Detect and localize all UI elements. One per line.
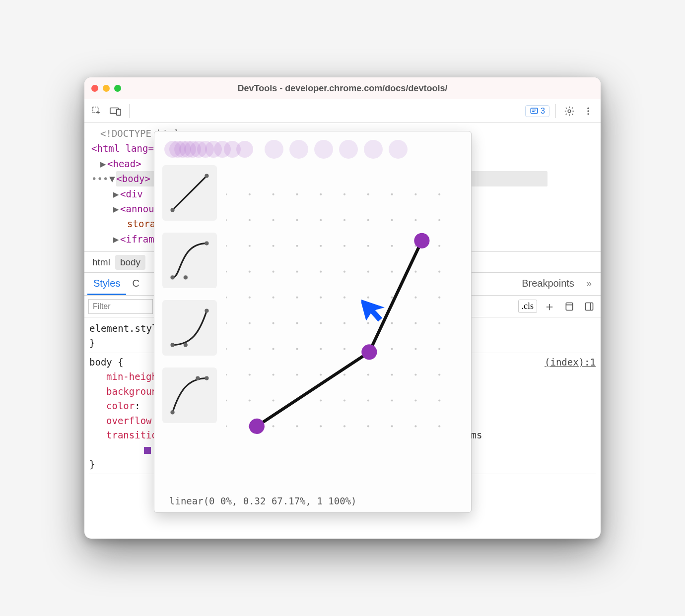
svg-point-19 — [170, 410, 174, 414]
svg-point-73 — [249, 322, 251, 324]
prop-color[interactable]: color — [106, 400, 135, 411]
svg-point-44 — [273, 245, 274, 247]
easing-swatch-icon[interactable] — [144, 447, 151, 454]
svg-point-20 — [196, 376, 200, 380]
svg-point-38 — [367, 219, 369, 221]
svg-point-96 — [320, 373, 322, 375]
svg-point-61 — [438, 271, 440, 273]
svg-point-29 — [391, 193, 393, 195]
svg-point-87 — [343, 348, 345, 350]
svg-point-13 — [170, 275, 174, 279]
prop-overflow[interactable]: overflow — [106, 415, 152, 426]
svg-point-57 — [343, 271, 345, 273]
svg-point-63 — [249, 297, 251, 299]
svg-point-118 — [367, 425, 369, 427]
svg-point-80 — [414, 322, 416, 324]
svg-point-52 — [226, 271, 227, 273]
svg-rect-9 — [586, 303, 593, 310]
svg-point-22 — [226, 193, 227, 195]
svg-point-41 — [438, 219, 440, 221]
preset-ease-in[interactable] — [162, 300, 217, 356]
fullscreen-window-button[interactable] — [114, 85, 121, 92]
svg-point-32 — [226, 219, 227, 221]
more-tabs-icon[interactable]: » — [580, 273, 598, 295]
preview-dot — [314, 140, 333, 159]
computed-styles-icon[interactable] — [562, 299, 577, 314]
svg-point-55 — [296, 271, 298, 273]
device-toolbar-icon[interactable] — [108, 104, 123, 119]
svg-point-107 — [343, 399, 345, 401]
close-window-button[interactable] — [91, 85, 98, 92]
issues-count: 3 — [541, 107, 545, 116]
svg-point-86 — [320, 348, 322, 350]
control-point-mid[interactable] — [361, 344, 377, 360]
preset-ease-out[interactable] — [162, 368, 217, 423]
tab-styles[interactable]: Styles — [87, 273, 126, 295]
source-link[interactable]: (index):1 — [545, 355, 596, 370]
minimize-window-button[interactable] — [103, 85, 110, 92]
preset-linear[interactable] — [162, 165, 217, 221]
svg-point-115 — [296, 425, 298, 427]
svg-point-43 — [249, 245, 251, 247]
settings-icon[interactable] — [562, 104, 577, 119]
preset-ease-in-out[interactable] — [162, 233, 217, 288]
svg-point-76 — [320, 322, 322, 324]
tab-breakpoints[interactable]: Breakpoints — [516, 273, 580, 295]
svg-point-59 — [391, 271, 393, 273]
svg-point-95 — [296, 373, 298, 375]
svg-point-69 — [391, 297, 393, 299]
svg-point-99 — [391, 373, 393, 375]
svg-point-78 — [367, 322, 369, 324]
svg-point-64 — [273, 297, 274, 299]
svg-point-84 — [273, 348, 274, 350]
control-point-end[interactable] — [414, 233, 429, 248]
preview-dot — [289, 140, 308, 159]
svg-point-42 — [226, 245, 227, 247]
svg-point-94 — [273, 373, 274, 375]
svg-point-15 — [205, 241, 208, 245]
easing-presets — [162, 165, 217, 492]
separator — [129, 104, 130, 118]
new-style-rule-icon[interactable]: ＋ — [542, 299, 557, 314]
easing-editor-popover[interactable]: linear(0 0%, 0.32 67.17%, 1 100%) — [154, 131, 472, 513]
svg-point-12 — [205, 174, 208, 178]
panel-layout-icon[interactable] — [582, 299, 597, 314]
svg-point-39 — [391, 219, 393, 221]
svg-point-17 — [184, 343, 188, 347]
inspect-element-icon[interactable] — [89, 104, 104, 119]
svg-point-90 — [414, 348, 416, 350]
svg-point-103 — [249, 399, 251, 401]
cls-button[interactable]: .cls — [518, 300, 538, 313]
svg-point-104 — [273, 399, 274, 401]
easing-curve-canvas[interactable] — [226, 165, 463, 492]
svg-point-85 — [296, 348, 298, 350]
svg-point-48 — [367, 245, 369, 247]
svg-point-7 — [587, 113, 589, 115]
svg-point-106 — [320, 399, 322, 401]
svg-rect-3 — [531, 108, 538, 114]
svg-point-33 — [249, 219, 251, 221]
svg-point-11 — [170, 208, 174, 212]
svg-point-77 — [343, 322, 345, 324]
control-point-start[interactable] — [249, 419, 265, 434]
svg-point-120 — [414, 425, 416, 427]
issues-button[interactable]: 3 — [525, 105, 549, 117]
more-menu-icon[interactable] — [581, 104, 596, 119]
svg-point-116 — [320, 425, 322, 427]
svg-point-83 — [249, 348, 251, 350]
svg-point-34 — [273, 219, 274, 221]
breadcrumb-body[interactable]: body — [115, 255, 145, 270]
svg-point-25 — [296, 193, 298, 195]
svg-line-10 — [173, 176, 207, 210]
tab-computed[interactable]: C — [126, 273, 145, 295]
titlebar: DevTools - developer.chrome.com/docs/dev… — [84, 77, 601, 99]
breadcrumb-html[interactable]: html — [87, 255, 115, 270]
svg-point-49 — [391, 245, 393, 247]
svg-rect-2 — [117, 109, 121, 115]
svg-point-82 — [226, 348, 227, 350]
svg-point-21 — [205, 376, 208, 380]
preview-cluster — [164, 139, 259, 159]
svg-point-117 — [343, 425, 345, 427]
filter-input[interactable] — [88, 299, 153, 314]
svg-point-4 — [568, 110, 571, 113]
